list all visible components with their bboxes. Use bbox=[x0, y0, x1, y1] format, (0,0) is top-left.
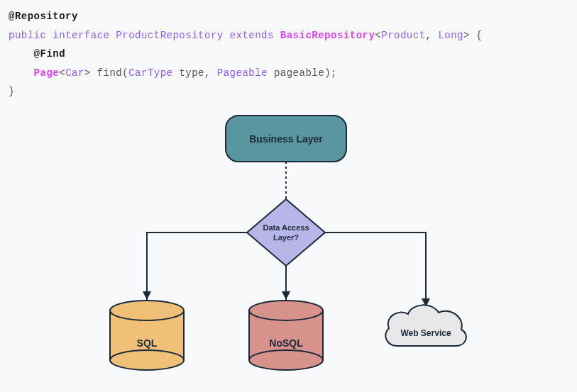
code-line-2: public interface ProductRepository exten… bbox=[9, 26, 568, 45]
type-basicrepository: BasicRepository bbox=[280, 30, 375, 41]
business-layer-label: Business Layer bbox=[249, 133, 323, 145]
keyword-public: public bbox=[9, 30, 46, 41]
webservice-label: Web Service bbox=[400, 328, 451, 338]
arrow-to-webservice bbox=[325, 233, 426, 307]
comma: , bbox=[426, 30, 439, 41]
type-productrepository: ProductRepository bbox=[116, 30, 223, 41]
code-snippet: @Repository public interface ProductRepo… bbox=[0, 0, 577, 108]
type-pageable: Pageable bbox=[217, 67, 268, 79]
type-product: Product bbox=[381, 30, 425, 41]
annotation-repository: @Repository bbox=[9, 11, 78, 22]
data-access-label-1: Data Access bbox=[263, 223, 309, 232]
webservice-node: Web Service bbox=[385, 305, 466, 346]
svg-point-11 bbox=[249, 350, 323, 370]
diagram-svg: Business Layer Data Access Layer? SQL No… bbox=[0, 108, 577, 392]
generic-close: > bbox=[463, 30, 470, 41]
arrow-to-sql bbox=[147, 233, 247, 300]
brace-close: } bbox=[9, 86, 15, 97]
architecture-diagram: Business Layer Data Access Layer? SQL No… bbox=[0, 108, 577, 392]
code-line-5: } bbox=[9, 82, 568, 101]
code-line-3: @Find bbox=[9, 45, 568, 64]
code-line-1: @Repository bbox=[9, 7, 568, 26]
keyword-extends: extends bbox=[230, 30, 274, 41]
svg-point-6 bbox=[110, 350, 184, 370]
type-cartype: CarType bbox=[128, 67, 172, 79]
brace-open: { bbox=[470, 30, 483, 41]
keyword-interface: interface bbox=[53, 30, 109, 41]
type-page: Page bbox=[34, 67, 60, 79]
sql-label: SQL bbox=[137, 337, 158, 349]
nosql-label: NoSQL bbox=[269, 337, 303, 349]
data-access-label-2: Layer? bbox=[273, 233, 299, 242]
sql-node: SQL bbox=[110, 301, 184, 370]
annotation-find: @Find bbox=[34, 48, 66, 60]
data-access-node: Data Access Layer? bbox=[247, 199, 325, 266]
svg-marker-1 bbox=[247, 199, 325, 266]
method-find: find( bbox=[91, 67, 128, 79]
generic-open: < bbox=[375, 30, 381, 41]
business-layer-node: Business Layer bbox=[226, 116, 346, 162]
type-long: Long bbox=[438, 30, 463, 41]
type-car: Car bbox=[65, 67, 84, 79]
code-line-4: Page<Car> find(CarType type, Pageable pa… bbox=[9, 64, 568, 83]
nosql-node: NoSQL bbox=[249, 301, 323, 370]
